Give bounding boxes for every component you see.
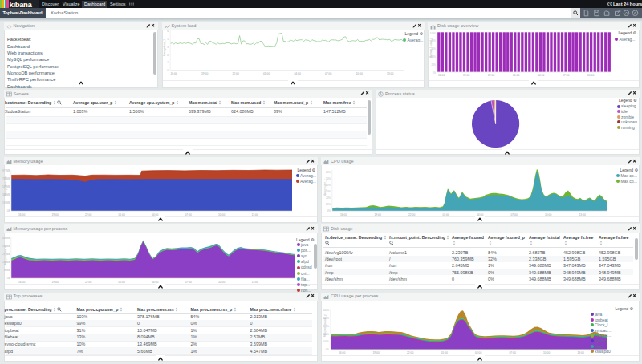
svg-text:16:00: 16:00 — [339, 351, 345, 354]
svg-text:19:00: 19:00 — [373, 351, 380, 354]
svg-text:10:00: 10:00 — [543, 351, 550, 354]
svg-text:100%: 100% — [323, 340, 329, 343]
svg-text:13:00: 13:00 — [578, 351, 584, 354]
svg-text:01:00: 01:00 — [441, 351, 448, 354]
svg-text:04:00: 04:00 — [475, 351, 482, 354]
svg-text:0%: 0% — [326, 348, 330, 351]
svg-text:Max proc.cpu.user_p: Max proc.cpu.user_p — [323, 314, 327, 337]
svg-text:07:00: 07:00 — [510, 351, 516, 354]
svg-text:500%: 500% — [323, 309, 329, 312]
svg-text:22:00: 22:00 — [407, 351, 413, 354]
